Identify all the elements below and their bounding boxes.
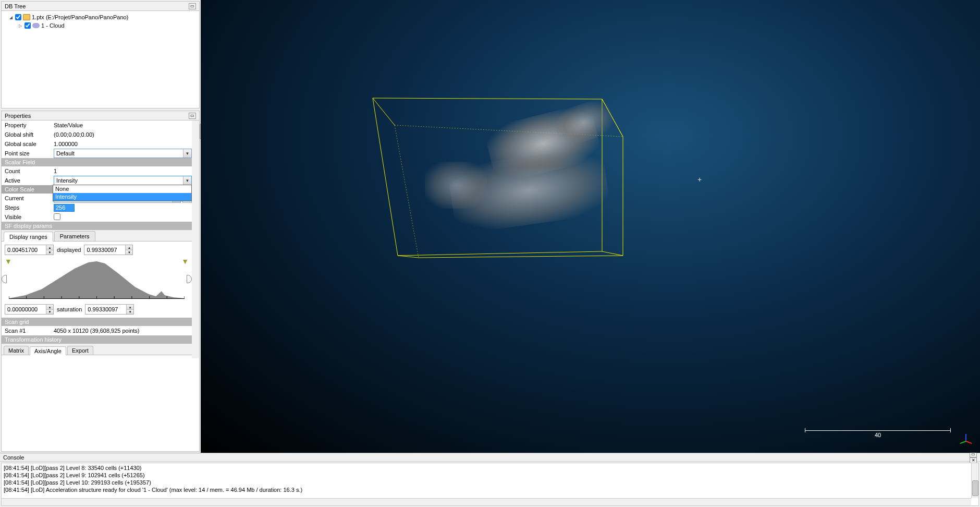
spin-down-icon[interactable]: ▼ <box>46 309 53 314</box>
console-scrollbar-v[interactable] <box>971 463 978 498</box>
spin-up-icon[interactable]: ▲ <box>126 305 133 309</box>
bounding-box <box>201 0 980 453</box>
current-label: Current <box>2 195 53 201</box>
console-body[interactable]: [08:41:54] [LoD][pass 2] Level 8: 33540 … <box>1 463 979 506</box>
scan-label: Scan #1 <box>2 328 53 334</box>
tab-parameters[interactable]: Parameters <box>54 231 95 241</box>
svg-line-12 <box>395 125 419 258</box>
displayed-label: displayed <box>57 247 81 253</box>
display-min-input[interactable]: ▲▼ <box>5 245 54 255</box>
visible-label: Visible <box>2 214 53 220</box>
file-icon <box>23 14 30 20</box>
chevron-down-icon[interactable]: ▼ <box>183 149 191 158</box>
prop-label: Global shift <box>2 131 53 138</box>
tab-export[interactable]: Export <box>67 346 93 355</box>
console-panel: Console ▭ ✕ [08:41:54] [LoD][pass 2] Lev… <box>0 453 980 507</box>
histo-handle-right[interactable] <box>187 275 192 283</box>
dbtree-body[interactable]: ◢ 1.ptx (E:/Projet/PanoPano/PanoPano) ▷ … <box>2 11 199 108</box>
tree-checkbox[interactable] <box>15 14 21 20</box>
histo-marker-right-icon[interactable]: ▼ <box>181 257 189 265</box>
spin-down-icon[interactable]: ▼ <box>126 309 133 314</box>
point-size-label: Point size <box>2 150 53 156</box>
console-line: [08:41:54] [LoD][pass 2] Level 9: 102941… <box>4 472 976 479</box>
dbtree-undock-button[interactable]: ▭ <box>189 3 196 9</box>
tree-checkbox[interactable] <box>24 22 31 29</box>
scan-value: 4050 x 10120 (39,608,925 points) <box>53 328 192 334</box>
expander-icon[interactable]: ▷ <box>18 23 23 28</box>
sf-display-header: SF display params <box>2 222 192 230</box>
tree-label: 1 - Cloud <box>41 22 65 29</box>
prop-value: 1.000000 <box>53 141 192 147</box>
count-value: 1 <box>53 168 192 174</box>
viewport-3d[interactable]: + 40 <box>201 0 980 453</box>
steps-input[interactable] <box>54 204 75 212</box>
properties-titlebar: Properties ▭ <box>2 111 199 120</box>
prop-value: (0.00;0.00;0.00) <box>53 131 192 138</box>
properties-undock-button[interactable]: ▭ <box>189 113 196 119</box>
pointcloud-region <box>425 162 487 209</box>
spin-up-icon[interactable]: ▲ <box>46 305 53 309</box>
tab-display-ranges[interactable]: Display ranges <box>4 232 53 242</box>
properties-panel: Properties ▭ Property State/Value Global… <box>1 111 200 452</box>
scale-bar: 40 <box>805 430 951 438</box>
console-titlebar: Console ▭ ✕ <box>0 453 980 462</box>
steps-label: Steps <box>2 204 53 211</box>
scan-grid-header: Scan grid <box>2 318 192 326</box>
dropdown-item-intensity[interactable]: Intensity <box>53 193 191 201</box>
console-line: [08:41:54] [LoD] Acceleration structure … <box>4 486 976 493</box>
spin-down-icon[interactable]: ▼ <box>125 250 132 255</box>
active-sf-combo[interactable]: Intensity ▼ <box>54 176 192 185</box>
tree-row-file[interactable]: ◢ 1.ptx (E:/Projet/PanoPano/PanoPano) <box>4 13 197 21</box>
cloud-icon <box>32 23 40 28</box>
display-max-input[interactable]: ▲▼ <box>84 245 133 255</box>
console-line: [08:41:54] [LoD][pass 2] Level 8: 33540 … <box>4 464 976 472</box>
tree-label: 1.ptx (E:/Projet/PanoPano/PanoPano) <box>32 14 128 20</box>
spin-up-icon[interactable]: ▲ <box>46 245 53 250</box>
scale-label: 40 <box>875 432 881 438</box>
visible-checkbox[interactable] <box>54 213 60 220</box>
props-header-col2: State/Value <box>53 122 192 128</box>
spin-up-icon[interactable]: ▲ <box>125 245 132 250</box>
saturation-max-input[interactable]: ▲▼ <box>85 304 134 315</box>
active-label: Active <box>2 177 53 184</box>
transform-tabs: Matrix Axis/Angle Export <box>2 344 192 355</box>
props-header-col1: Property <box>2 122 53 128</box>
dropdown-item-none[interactable]: None <box>53 185 191 193</box>
histo-marker-left-icon[interactable]: ▼ <box>5 257 12 265</box>
prop-label: Global scale <box>2 141 53 147</box>
spin-down-icon[interactable]: ▼ <box>46 250 53 255</box>
dbtree-titlebar: DB Tree ▭ <box>2 2 199 11</box>
active-sf-dropdown[interactable]: None Intensity <box>53 185 192 201</box>
properties-title: Properties <box>5 113 31 119</box>
histo-handle-left[interactable] <box>2 275 7 283</box>
console-scrollbar-h[interactable] <box>2 498 971 505</box>
chevron-down-icon[interactable]: ▼ <box>183 176 191 185</box>
sf-tabs: Display ranges Parameters <box>2 230 192 242</box>
axis-gizmo-icon <box>958 428 974 443</box>
dbtree-panel: DB Tree ▭ ◢ 1.ptx (E:/Projet/PanoPano/Pa… <box>1 1 200 108</box>
count-label: Count <box>2 168 53 174</box>
histogram[interactable]: ▼ ▼ <box>9 259 185 299</box>
console-line: [08:41:54] [LoD][pass 2] Level 10: 29919… <box>4 479 976 486</box>
expander-icon[interactable]: ◢ <box>8 15 14 20</box>
dbtree-title: DB Tree <box>5 3 26 9</box>
console-title: Console <box>3 454 24 461</box>
scalar-field-header: Scalar Field <box>2 158 192 166</box>
saturation-label: saturation <box>57 306 82 312</box>
point-size-combo[interactable]: Default ▼ <box>54 149 192 158</box>
viewport-crosshair-icon: + <box>697 175 702 184</box>
tree-row-cloud[interactable]: ▷ 1 - Cloud <box>4 21 197 30</box>
tab-matrix[interactable]: Matrix <box>4 346 29 355</box>
saturation-min-input[interactable]: ▲▼ <box>5 304 54 315</box>
tab-axis-angle[interactable]: Axis/Angle <box>30 346 66 355</box>
transform-header: Transformation history <box>2 335 192 344</box>
